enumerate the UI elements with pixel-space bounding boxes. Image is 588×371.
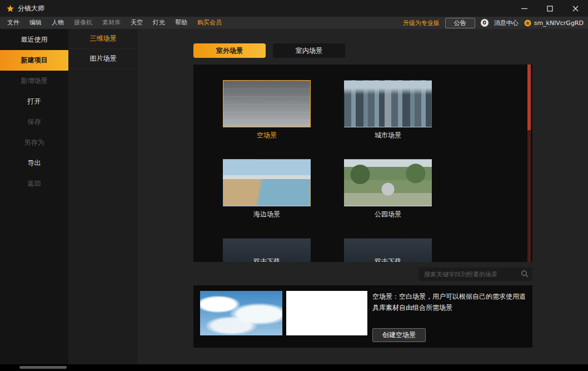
download-overlay-label: 双击下载 (345, 239, 431, 262)
upgrade-pro-link[interactable]: 升级为专业版 (403, 19, 440, 27)
message-count-badge: 0 (481, 19, 489, 27)
scene-list-panel: 空场景 城市场景 海边场景 公园场景 (193, 65, 532, 262)
menu-edit[interactable]: 编辑 (24, 17, 47, 29)
search-input[interactable] (418, 268, 532, 281)
scene-card-download-2[interactable]: 双击下载 (344, 238, 432, 262)
preview-image-blank (286, 291, 367, 335)
app-logo-icon (6, 4, 14, 13)
scene-tabs: 室外场景 室内场景 (193, 43, 532, 58)
menu-material-library[interactable]: 素材库 (97, 17, 126, 29)
bottom-bar (0, 364, 588, 371)
scrollbar-thumb[interactable] (527, 65, 531, 130)
preview-image-sky (200, 291, 282, 335)
scene-card-beach[interactable]: 海边场景 (223, 159, 311, 219)
tab-outdoor-scene[interactable]: 室外场景 (193, 43, 266, 58)
scene-thumbnail-download[interactable]: 双击下载 (344, 238, 432, 262)
download-overlay-label: 双击下载 (223, 239, 310, 262)
scene-thumbnail-empty[interactable] (223, 80, 311, 127)
menubar: 文件 编辑 人物 摄像机 素材库 天空 灯光 帮助 购买会员 升级为专业版 公告… (0, 17, 588, 29)
scene-label: 城市场景 (375, 131, 401, 140)
sidebar-item-save-as[interactable]: 另存为 (0, 132, 68, 153)
window-title: 分镜大师 (18, 4, 44, 13)
menu-camera[interactable]: 摄像机 (69, 17, 97, 29)
scene-thumbnail-park[interactable] (344, 159, 432, 206)
scene-label: 空场景 (257, 131, 277, 140)
menu-character[interactable]: 人物 (47, 17, 69, 29)
scene-label: 海边场景 (253, 210, 280, 219)
scene-thumbnail-city[interactable] (344, 80, 432, 127)
scene-card-empty[interactable]: 空场景 (223, 80, 311, 140)
scene-detail-panel: 空场景：空白场景，用户可以根据自己的需求使用道具库素材自由组合所需场景 创建空场… (193, 285, 532, 348)
menu-file[interactable]: 文件 (2, 17, 24, 29)
menu-sky[interactable]: 天空 (126, 17, 148, 29)
menu-help[interactable]: 帮助 (170, 17, 192, 29)
scene-description: 空场景：空白场景，用户可以根据自己的需求使用道具库素材自由组合所需场景 (372, 291, 526, 314)
horizontal-scrollbar[interactable] (19, 366, 67, 369)
scene-thumbnail-download[interactable]: 双击下载 (223, 238, 311, 262)
sidebar: 最近使用 新建项目 新增场景 打开 保存 另存为 导出 返回 (0, 29, 68, 364)
sidebar-item-recent[interactable]: 最近使用 (0, 29, 68, 50)
sidebar-item-add-scene[interactable]: 新增场景 (0, 71, 68, 91)
sidebar-item-back[interactable]: 返回 (0, 174, 68, 194)
username-label: sm_kNlVcrGgRD (534, 19, 584, 27)
create-empty-scene-button[interactable]: 创建空场景 (372, 328, 426, 342)
scene-card-park[interactable]: 公园场景 (344, 159, 432, 219)
app-window: 分镜大师 文件 编辑 人物 摄像机 素材库 天空 灯光 帮助 购买会员 升级为专… (0, 0, 588, 371)
sidebar-item-export[interactable]: 导出 (0, 153, 68, 174)
scene-card-city[interactable]: 城市场景 (344, 80, 432, 140)
menu-buy-membership[interactable]: 购买会员 (192, 17, 227, 29)
scene-thumbnail-beach[interactable] (223, 159, 311, 206)
scene-card-download-1[interactable]: 双击下载 (223, 238, 311, 262)
close-icon[interactable] (562, 0, 588, 17)
sidebar-item-new-project[interactable]: 新建项目 (0, 50, 68, 71)
minimize-icon[interactable] (511, 0, 537, 17)
sub-sidebar: 三维场景 图片场景 (68, 29, 138, 364)
maximize-icon[interactable] (537, 0, 562, 17)
titlebar: 分镜大师 (0, 0, 588, 17)
sidebar-item-open[interactable]: 打开 (0, 91, 68, 112)
announcement-button[interactable]: 公告 (445, 18, 475, 28)
search-icon[interactable] (521, 270, 529, 280)
tab-indoor-scene[interactable]: 室内场景 (273, 43, 345, 58)
main-area: 室外场景 室内场景 空场景 城市场景 (138, 29, 588, 364)
user-avatar-icon (524, 19, 531, 27)
message-center-link[interactable]: 消息中心 (494, 19, 519, 27)
user-account[interactable]: sm_kNlVcrGgRD (524, 19, 584, 27)
scene-label: 公园场景 (375, 210, 401, 219)
scene-grid: 空场景 城市场景 海边场景 公园场景 (193, 65, 532, 262)
sidebar-item-save[interactable]: 保存 (0, 112, 68, 132)
search-row (193, 268, 532, 281)
vertical-scrollbar[interactable] (527, 65, 531, 262)
menu-light[interactable]: 灯光 (148, 17, 170, 29)
subsidebar-item-3d-scene[interactable]: 三维场景 (68, 29, 138, 49)
subsidebar-item-image-scene[interactable]: 图片场景 (68, 49, 138, 69)
